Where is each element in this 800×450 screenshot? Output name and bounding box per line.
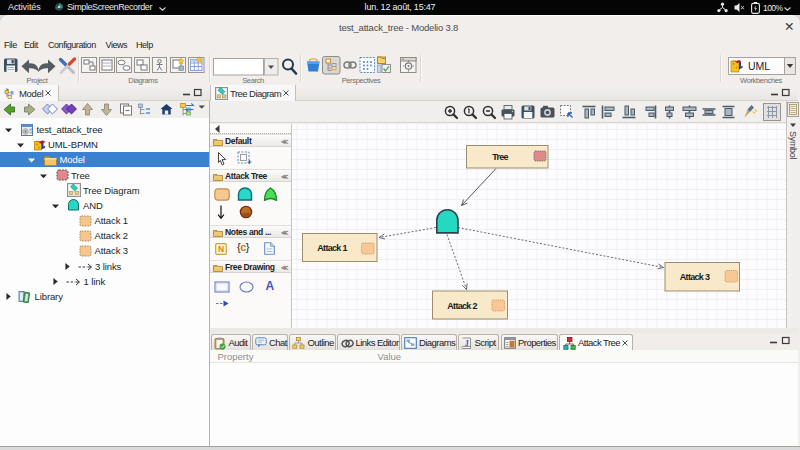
- svg-text:N: N: [218, 244, 224, 254]
- svg-text:UML: UML: [748, 60, 770, 72]
- svg-text:Attack 2: Attack 2: [447, 301, 477, 311]
- svg-text:Attack 3: Attack 3: [680, 272, 710, 282]
- svg-text:J: J: [465, 338, 469, 347]
- svg-text:Tree: Tree: [492, 152, 508, 162]
- svg-text:Attack 1: Attack 1: [317, 243, 347, 253]
